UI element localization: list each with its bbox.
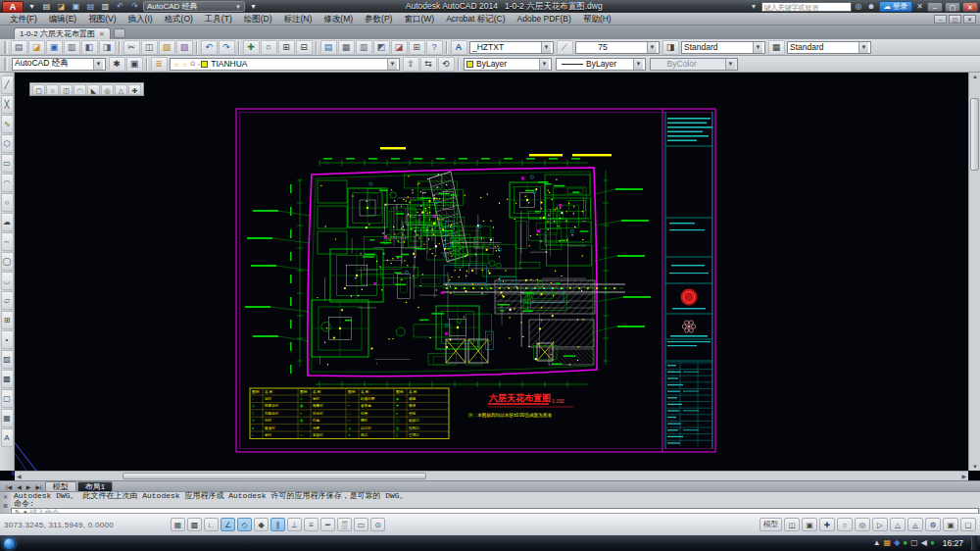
tablestyle-icon[interactable]: ▦	[768, 40, 785, 55]
menu-item-0[interactable]: 文件(F)	[4, 13, 43, 25]
qnew-button[interactable]: ▤	[11, 40, 27, 55]
menu-item-13[interactable]: 帮助(H)	[577, 13, 617, 25]
command-history[interactable]: Autodesk DWG。 此文件在上次由 Autodesk 应用程序或 Aut…	[11, 492, 980, 508]
cad-drawing[interactable]: 图例名 称图例名 称图例名 称图例名 称○筒灯⊙射灯┄暗藏灯带◉烟感◎防雾筒灯▣…	[0, 73, 980, 480]
tab-nav-last-icon[interactable]: ▶|	[33, 483, 43, 490]
dim-icon[interactable]: ⟋	[557, 40, 573, 55]
save-button[interactable]: ▣	[70, 1, 82, 12]
toggle-三维对象捕捉[interactable]: ◆	[254, 518, 269, 531]
pyramid-icon[interactable]: △	[115, 84, 127, 95]
restore-button[interactable]: ▢	[945, 2, 960, 12]
zoom-previous-button[interactable]: ⊟	[296, 40, 313, 55]
close-button[interactable]: ✕	[962, 2, 978, 12]
box-icon[interactable]: ▢	[32, 84, 45, 95]
toggle-快捷特性[interactable]: ▭	[354, 518, 368, 531]
infocenter-search-input[interactable]: 键入关键字或短语	[761, 2, 852, 12]
command-close-icon[interactable]: ✕	[3, 493, 8, 500]
region-icon[interactable]: ▢	[1, 389, 14, 408]
model-space-button[interactable]: 模型	[760, 518, 782, 531]
menu-item-12[interactable]: Adobe PDF(B)	[512, 13, 577, 25]
construction-line-icon[interactable]: ╳	[1, 95, 14, 114]
revcloud-icon[interactable]: ☁	[1, 213, 14, 231]
undo-button[interactable]: ↶	[201, 40, 218, 55]
layout1-tab[interactable]: 布局1	[77, 481, 113, 491]
zoom-realtime-button[interactable]: ○	[261, 40, 277, 55]
lock-ui-icon[interactable]: ▣	[943, 518, 958, 531]
make-block-icon[interactable]: ⊞	[1, 311, 14, 329]
quick-view-layouts-icon[interactable]: ◫	[784, 518, 800, 531]
properties-button[interactable]: ▤	[320, 40, 337, 55]
workspace-switch-icon[interactable]: ⚙	[925, 518, 941, 531]
cut-button[interactable]: ✂	[123, 40, 140, 55]
document-tab-active[interactable]: 1-0-2 六层天花布置图 ✕	[14, 27, 111, 39]
toggle-DYN[interactable]: ≡	[304, 518, 318, 531]
menu-item-9[interactable]: 参数(P)	[359, 13, 398, 25]
zoom-window-button[interactable]: ⊞	[278, 40, 295, 55]
vertical-scrollbar[interactable]: ▲ ▼	[968, 73, 980, 471]
linetype-combo[interactable]: ByLayer▼	[556, 58, 646, 71]
toggle-DUCS[interactable]: ⊥	[287, 518, 302, 531]
tab-nav-first-icon[interactable]: |◀	[4, 483, 14, 490]
menu-item-1[interactable]: 编辑(E)	[43, 13, 82, 25]
tray-app-blue-icon[interactable]: ◆	[894, 536, 900, 550]
plot-button[interactable]: ▥	[64, 40, 80, 55]
exchange-apps-icon[interactable]: ✕	[914, 2, 925, 11]
table-style-combo[interactable]: Standard▼	[787, 41, 871, 54]
toggle-栅格[interactable]: ▩	[187, 518, 202, 531]
horizontal-scrollbar[interactable]: ◀ ▶	[15, 471, 968, 480]
cleanscreen-icon[interactable]: ▢	[960, 518, 976, 531]
show-desktop-button[interactable]	[971, 536, 977, 550]
command-window[interactable]: ✕ ≣ Autodesk DWG。 此文件在上次由 Autodesk 应用程序或…	[0, 491, 980, 513]
new-tab-button[interactable]	[114, 28, 125, 38]
ellipse-icon[interactable]: ◯	[1, 252, 14, 271]
toggle-对象追踪[interactable]: ∥	[270, 518, 285, 531]
tray-green-icon[interactable]: ●	[930, 536, 935, 550]
copy-button[interactable]: ◫	[141, 40, 158, 55]
toolpalettes-button[interactable]: ▥	[356, 40, 372, 55]
paste-button[interactable]: ▨	[159, 40, 175, 55]
cylinder-icon[interactable]: ◫	[60, 84, 73, 95]
text-style-icon[interactable]: A	[451, 40, 467, 55]
redo-button[interactable]: ↷	[219, 40, 235, 55]
match-layer-icon[interactable]: ⇆	[420, 57, 437, 72]
cone-icon[interactable]: ◠	[74, 84, 86, 95]
tray-volume-icon[interactable]: ◀	[921, 536, 927, 550]
search-dropdown-icon[interactable]: ▾	[749, 2, 760, 11]
toggle-捕捉[interactable]: ▦	[171, 518, 185, 531]
dimstyle-icon[interactable]: ◨	[662, 40, 679, 55]
matchprop-button[interactable]: ▧	[176, 40, 193, 55]
markup-button[interactable]: ◪	[391, 40, 408, 55]
scroll-down-icon[interactable]: ▼	[972, 464, 978, 470]
quickcalc-button[interactable]: ⊞	[409, 40, 425, 55]
steering-wheel-icon[interactable]: ◎	[855, 518, 870, 531]
rectangle-icon[interactable]: ▭	[1, 154, 14, 173]
toggle-选择循环[interactable]: ⊙	[370, 518, 385, 531]
workspace-save-icon[interactable]: ▣	[126, 57, 143, 72]
app-menu-arrow-icon[interactable]: ▾	[25, 1, 38, 12]
make-current-layer-icon[interactable]: ⇪	[403, 57, 419, 72]
annotation-scale-icon[interactable]: △	[890, 518, 906, 531]
designcenter-button[interactable]: ▦	[338, 40, 355, 55]
text-height-combo[interactable]: 75▼	[575, 41, 660, 54]
line-icon[interactable]: ╱	[1, 75, 14, 94]
pan-status-icon[interactable]: ✚	[819, 518, 835, 531]
binoculars-icon[interactable]: ◎	[854, 2, 864, 11]
horizontal-scroll-thumb[interactable]	[122, 473, 426, 479]
insert-block-icon[interactable]: ▱	[1, 291, 14, 310]
zoom-status-icon[interactable]: ○	[837, 518, 853, 531]
minimize-button[interactable]: –	[927, 2, 943, 12]
spline-icon[interactable]: ～	[1, 232, 14, 251]
table-icon[interactable]: ▦	[1, 409, 14, 427]
arc-icon[interactable]: ◠	[1, 174, 14, 192]
scroll-up-icon[interactable]: ▲	[972, 74, 978, 79]
color-combo[interactable]: ByLayer▼	[464, 58, 552, 71]
text-style-combo[interactable]: _HZTXT▼	[469, 41, 554, 54]
annotation-visibility-icon[interactable]: ◬	[907, 518, 923, 531]
user-icon[interactable]: ☻	[866, 2, 877, 11]
layer-freeze-icon[interactable]: ☼	[181, 61, 187, 68]
save-button[interactable]: ▣	[46, 40, 63, 55]
workspace-combo[interactable]: AutoCAD 经典▼	[12, 58, 106, 71]
workspace-combo-titlebar[interactable]: AutoCAD 经典 ▼	[143, 1, 245, 12]
toggle-线宽[interactable]: ━	[320, 518, 335, 531]
tray-safe-icon[interactable]: ●	[903, 536, 907, 550]
